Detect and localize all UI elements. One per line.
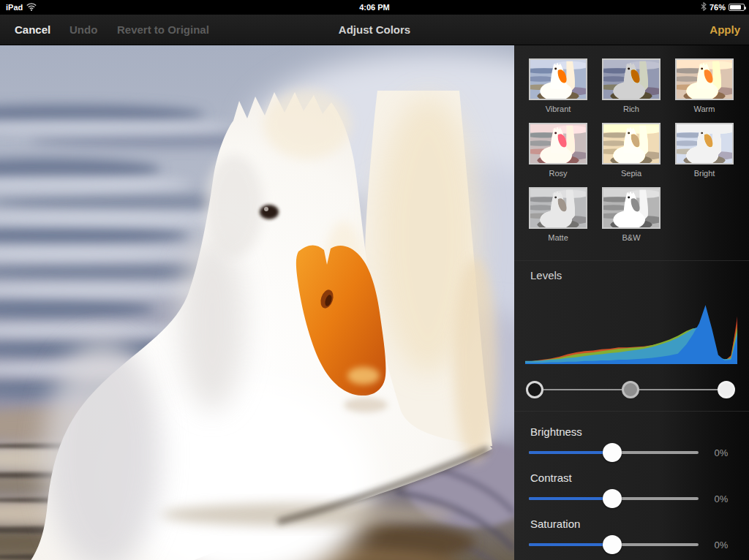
levels-slider <box>535 380 726 399</box>
brightness-label: Brightness <box>530 425 749 439</box>
adjustment-sliders: Brightness0%Contrast0%Saturation0% <box>514 417 749 560</box>
levels-handle-highlights[interactable] <box>718 381 735 398</box>
filter-matte-thumbnail[interactable] <box>529 187 587 229</box>
filter-bright[interactable]: Bright <box>675 123 734 178</box>
ipad-photo-editor: iPad 4:06 PM 76% Ca <box>0 0 749 560</box>
brightness-slider[interactable] <box>529 443 699 462</box>
filter-preset-grid: VibrantRichWarmRosySepiaBrightMatteB&W <box>529 58 734 243</box>
contrast-slider-knob[interactable] <box>603 489 622 508</box>
adjust-colors-panel: VibrantRichWarmRosySepiaBrightMatteB&W L… <box>514 45 749 560</box>
contrast-adjustment: Contrast0% <box>514 472 749 508</box>
duck-photo <box>0 45 514 560</box>
contrast-value: 0% <box>699 493 744 504</box>
levels-handle-shadows[interactable] <box>526 381 543 398</box>
filter-bright-label: Bright <box>675 168 734 178</box>
saturation-adjustment: Saturation0% <box>514 518 749 554</box>
filter-matte-label: Matte <box>529 232 587 243</box>
filter-rosy[interactable]: Rosy <box>529 123 587 178</box>
filter-rich-label: Rich <box>602 104 660 114</box>
contrast-label: Contrast <box>530 472 749 485</box>
filter-sepia-label: Sepia <box>602 168 660 178</box>
brightness-value: 0% <box>699 447 744 458</box>
filter-rich[interactable]: Rich <box>602 58 660 114</box>
edit-toolbar: Cancel Undo Revert to Original Adjust Co… <box>0 15 749 45</box>
filter-rosy-label: Rosy <box>529 168 587 178</box>
levels-handle-midtones[interactable] <box>622 381 639 398</box>
clock: 4:06 PM <box>0 3 749 12</box>
filter-bw[interactable]: B&W <box>602 187 660 243</box>
filter-bw-label: B&W <box>602 232 660 243</box>
filter-rosy-thumbnail[interactable] <box>529 123 587 164</box>
filter-vibrant[interactable]: Vibrant <box>529 58 587 114</box>
page-title: Adjust Colors <box>0 23 749 36</box>
filter-vibrant-label: Vibrant <box>529 104 587 114</box>
filter-sepia[interactable]: Sepia <box>602 123 660 178</box>
battery-icon <box>729 4 745 11</box>
filter-bw-thumbnail[interactable] <box>602 187 660 229</box>
saturation-slider-knob[interactable] <box>603 535 622 554</box>
saturation-slider[interactable] <box>529 535 699 554</box>
contrast-slider[interactable] <box>529 489 699 508</box>
saturation-label: Saturation <box>530 518 749 531</box>
filter-rich-thumbnail[interactable] <box>602 58 660 100</box>
battery-percent: 76% <box>710 3 726 12</box>
filter-sepia-thumbnail[interactable] <box>602 123 660 164</box>
filter-matte[interactable]: Matte <box>529 187 587 243</box>
status-bar: iPad 4:06 PM 76% <box>0 0 749 15</box>
filter-warm-label: Warm <box>675 104 734 114</box>
filter-warm[interactable]: Warm <box>675 58 734 114</box>
brightness-adjustment: Brightness0% <box>514 425 749 462</box>
photo-canvas[interactable] <box>0 45 514 560</box>
bluetooth-icon <box>701 2 707 12</box>
apply-button[interactable]: Apply <box>710 23 740 36</box>
filter-warm-thumbnail[interactable] <box>675 58 734 100</box>
brightness-slider-knob[interactable] <box>603 443 622 462</box>
saturation-value: 0% <box>699 540 744 550</box>
filter-bright-thumbnail[interactable] <box>675 123 734 164</box>
levels-title: Levels <box>530 269 562 281</box>
levels-histogram <box>525 303 737 364</box>
filter-vibrant-thumbnail[interactable] <box>529 58 587 100</box>
